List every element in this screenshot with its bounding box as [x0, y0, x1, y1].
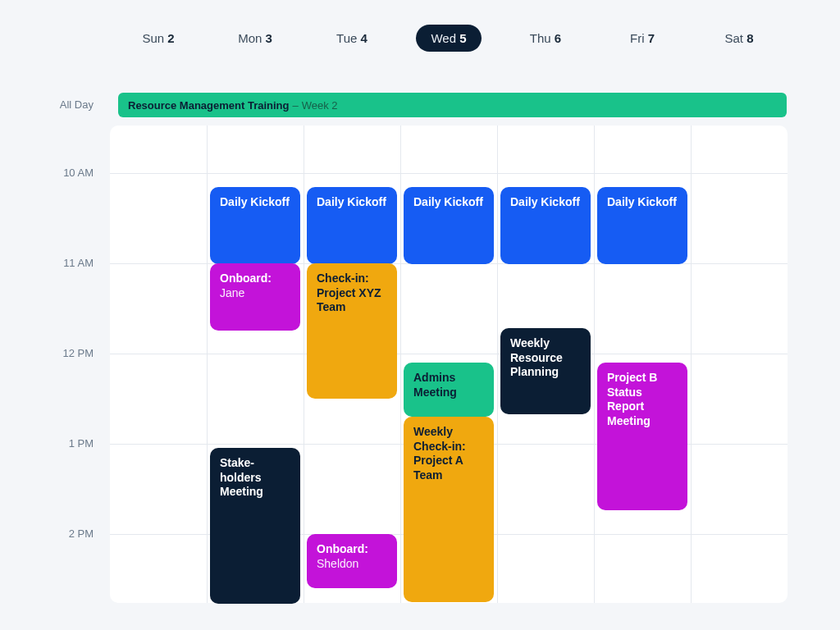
event-weekly-resource-planning[interactable]: Weekly Resource Planning [500, 328, 591, 414]
day-header-dow: Sat [724, 31, 743, 45]
day-header-wed[interactable]: Wed 5 [400, 25, 497, 52]
event-subtitle: Jane [220, 286, 244, 299]
event-subtitle: Sheldon [317, 557, 358, 570]
event-daily-kickoff-wed[interactable]: Daily Kickoff [404, 187, 494, 264]
day-header-num: 2 [167, 31, 174, 45]
day-header-dow: Thu [530, 31, 551, 45]
day-header-num: 4 [361, 31, 368, 45]
day-header-thu[interactable]: Thu 6 [497, 31, 594, 45]
grid-hline [110, 354, 788, 354]
time-label-11am: 11 AM [3, 257, 94, 269]
day-header-tue[interactable]: Tue 4 [304, 31, 400, 45]
day-header-dow: Sun [142, 31, 164, 45]
event-onboard-jane[interactable]: Onboard: Jane [210, 263, 300, 331]
event-title: Onboard: [220, 272, 272, 285]
time-label-12pm: 12 PM [3, 347, 94, 359]
day-header-num: 7 [648, 31, 655, 45]
day-header-sun[interactable]: Sun 2 [110, 31, 207, 45]
day-header-num: 6 [555, 31, 561, 45]
allday-title-rest: Week 2 [302, 99, 338, 112]
day-header-mon[interactable]: Mon 3 [207, 31, 304, 45]
event-project-b-status-report[interactable]: Project B Status Report Meeting [597, 363, 687, 510]
event-daily-kickoff-tue[interactable]: Daily Kickoff [307, 187, 397, 264]
event-onboard-sheldon[interactable]: Onboard: Sheldon [307, 534, 397, 588]
day-header-num: 3 [266, 31, 272, 45]
grid-vline [304, 126, 304, 603]
day-header-dow: Fri [630, 31, 645, 45]
event-stakeholders-meeting[interactable]: Stake-holders Meeting [210, 448, 300, 604]
allday-title-sep: – [293, 99, 299, 112]
time-label-2pm: 2 PM [3, 527, 94, 540]
event-admins-meeting[interactable]: Admins Meeting [404, 363, 494, 417]
grid-vline [497, 126, 498, 603]
event-daily-kickoff-mon[interactable]: Daily Kickoff [210, 187, 300, 264]
day-header-selected-pill: Wed 5 [416, 25, 481, 52]
grid-vline [207, 126, 208, 603]
day-header-dow: Tue [336, 31, 357, 45]
event-weekly-checkin-project-a[interactable]: Weekly Check-in: Project A Team [404, 417, 494, 602]
grid-vline [594, 126, 595, 603]
time-label-10am: 10 AM [3, 167, 94, 179]
event-checkin-project-xyz[interactable]: Check-in: Project XYZ Team [307, 263, 397, 399]
day-header-num: 8 [746, 31, 753, 45]
day-header-fri[interactable]: Fri 7 [594, 31, 691, 45]
event-title: Onboard: [317, 542, 368, 555]
event-daily-kickoff-fri[interactable]: Daily Kickoff [597, 187, 687, 264]
day-header-num: 5 [459, 31, 466, 45]
day-header-sat[interactable]: Sat 8 [691, 31, 788, 45]
time-label-all-day: All Day [3, 98, 94, 111]
event-daily-kickoff-thu[interactable]: Daily Kickoff [500, 187, 591, 264]
allday-event-resource-training[interactable]: Resource Management Training – Week 2 [118, 93, 787, 117]
time-label-1pm: 1 PM [3, 437, 94, 450]
day-header-dow: Wed [431, 31, 456, 45]
day-header-dow: Mon [238, 31, 262, 45]
grid-hline [110, 173, 788, 174]
allday-title-bold: Resource Management Training [128, 99, 290, 112]
grid-vline [400, 126, 401, 603]
grid-vline [691, 126, 692, 603]
